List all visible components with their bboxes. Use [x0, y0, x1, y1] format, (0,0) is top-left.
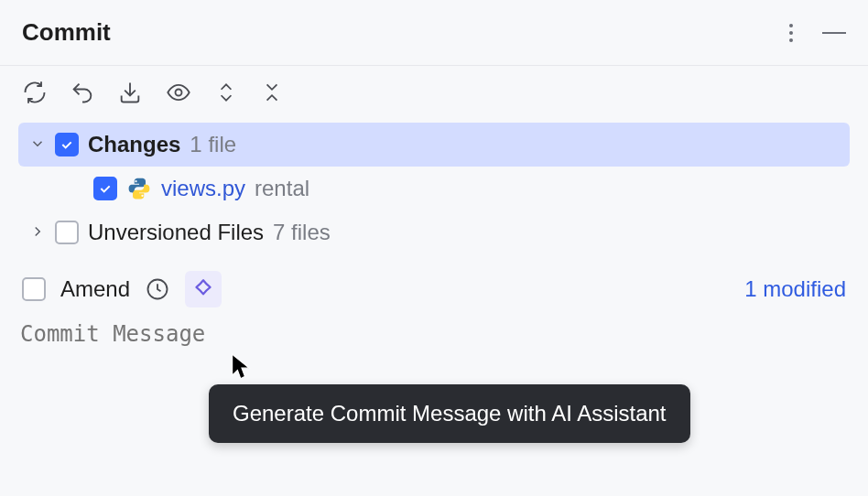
- changes-count: 1 file: [190, 132, 236, 157]
- chevron-down-icon[interactable]: [29, 132, 46, 157]
- unversioned-checkbox[interactable]: [55, 221, 79, 244]
- expand-all-icon[interactable]: [214, 79, 238, 106]
- mouse-cursor-icon: [231, 353, 253, 384]
- ai-generate-icon[interactable]: [185, 271, 222, 307]
- python-file-icon: [126, 176, 152, 201]
- changes-checkbox[interactable]: [55, 133, 79, 156]
- unversioned-count: 7 files: [273, 220, 331, 245]
- file-checkbox[interactable]: [93, 177, 117, 200]
- more-options-icon[interactable]: [784, 18, 798, 48]
- collapse-all-icon[interactable]: [260, 79, 284, 106]
- svg-point-0: [176, 90, 182, 96]
- chevron-right-icon[interactable]: [29, 220, 46, 245]
- commit-message-input[interactable]: [18, 320, 850, 348]
- modified-count[interactable]: 1 modified: [744, 276, 846, 302]
- history-icon[interactable]: [145, 276, 170, 302]
- tree-node-changes[interactable]: Changes 1 file: [18, 123, 850, 167]
- rollback-icon[interactable]: [70, 80, 95, 105]
- ai-tooltip: Generate Commit Message with AI Assistan…: [209, 384, 690, 443]
- panel-title: Commit: [22, 18, 784, 47]
- tree-node-file[interactable]: views.py rental: [18, 167, 850, 210]
- minimize-icon[interactable]: [822, 32, 846, 34]
- file-directory: rental: [255, 176, 309, 201]
- svg-point-1: [135, 180, 136, 182]
- amend-label: Amend: [60, 276, 130, 302]
- file-name: views.py: [161, 176, 245, 201]
- shelve-icon[interactable]: [117, 80, 143, 105]
- unversioned-label: Unversioned Files: [88, 220, 264, 245]
- tree-node-unversioned[interactable]: Unversioned Files 7 files: [18, 210, 850, 254]
- show-diff-icon[interactable]: [165, 80, 192, 105]
- refresh-icon[interactable]: [22, 80, 48, 105]
- amend-checkbox[interactable]: [22, 277, 46, 301]
- changes-label: Changes: [88, 132, 180, 157]
- svg-point-2: [141, 195, 143, 197]
